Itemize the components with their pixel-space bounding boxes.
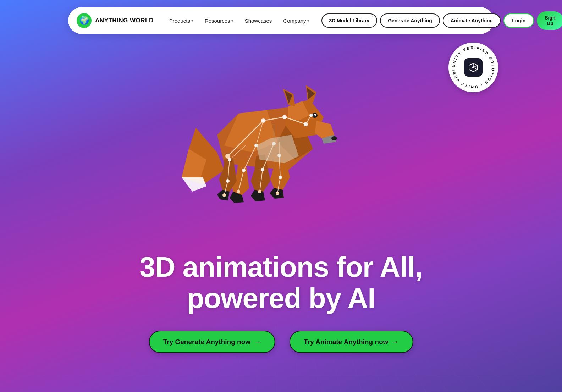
unity-badge: UNITY VERIFIED SOLUTION › UNITY VERIFIED… (448, 43, 498, 92)
3d-model-library-button[interactable]: 3D Model Library (321, 13, 378, 28)
nav-pills: 3D Model Library Generate Anything Anima… (321, 11, 562, 30)
chevron-down-icon: ▾ (231, 18, 233, 23)
cta-buttons: Try Generate Anything now → Try Animate … (149, 331, 413, 353)
nav-resources[interactable]: Resources ▾ (200, 15, 238, 27)
animate-anything-button[interactable]: Animate Anything (443, 13, 501, 28)
svg-marker-23 (182, 177, 206, 192)
nav-products[interactable]: Products ▾ (164, 15, 198, 27)
arrow-icon: → (254, 338, 261, 346)
generate-anything-button[interactable]: Generate Anything (380, 13, 440, 28)
hero-title: 3D animations for All, powered by AI (121, 252, 441, 314)
arrow-icon: → (392, 338, 399, 346)
signup-button[interactable]: Sign Up (537, 11, 562, 30)
brand-name: ANYTHING WORLD (95, 17, 154, 24)
hero-section: 🌍 ANYTHING WORLD Products ▾ Resources ▾ … (0, 0, 562, 392)
hero-text: 3D animations for All, powered by AI (121, 252, 441, 314)
svg-point-43 (237, 190, 240, 193)
nav-showcases[interactable]: Showcases (240, 15, 277, 27)
svg-point-42 (242, 169, 246, 172)
svg-point-36 (282, 115, 287, 119)
fox-character (144, 46, 393, 223)
svg-point-52 (226, 179, 230, 183)
chevron-down-icon: ▾ (191, 18, 193, 23)
try-generate-button[interactable]: Try Generate Anything now → (149, 331, 275, 353)
fox-svg (153, 50, 384, 220)
svg-point-20 (314, 114, 316, 116)
svg-point-38 (225, 154, 230, 159)
svg-point-57 (279, 176, 282, 179)
unity-circle-text: UNITY VERIFIED SOLUTION › UNITY VERIFIED… (450, 44, 496, 90)
nav-links: Products ▾ Resources ▾ Showcases Company… (164, 15, 314, 27)
svg-point-14 (331, 136, 337, 140)
nav-company[interactable]: Company ▾ (278, 15, 314, 27)
svg-point-47 (261, 168, 264, 171)
svg-point-60 (309, 114, 313, 117)
logo[interactable]: 🌍 ANYTHING WORLD (77, 13, 154, 28)
svg-text:UNITY VERIFIED SOLUTION › UNIT: UNITY VERIFIED SOLUTION › UNITY VERIFIED… (450, 44, 495, 89)
logo-icon: 🌍 (77, 13, 92, 28)
try-animate-button[interactable]: Try Animate Anything now → (290, 331, 413, 353)
login-button[interactable]: Login (503, 13, 534, 28)
navbar: 🌍 ANYTHING WORLD Products ▾ Resources ▾ … (68, 7, 494, 34)
svg-point-53 (222, 193, 226, 197)
svg-point-58 (276, 192, 279, 195)
chevron-down-icon: ▾ (307, 18, 309, 23)
svg-marker-27 (251, 190, 265, 201)
svg-point-48 (258, 190, 261, 193)
